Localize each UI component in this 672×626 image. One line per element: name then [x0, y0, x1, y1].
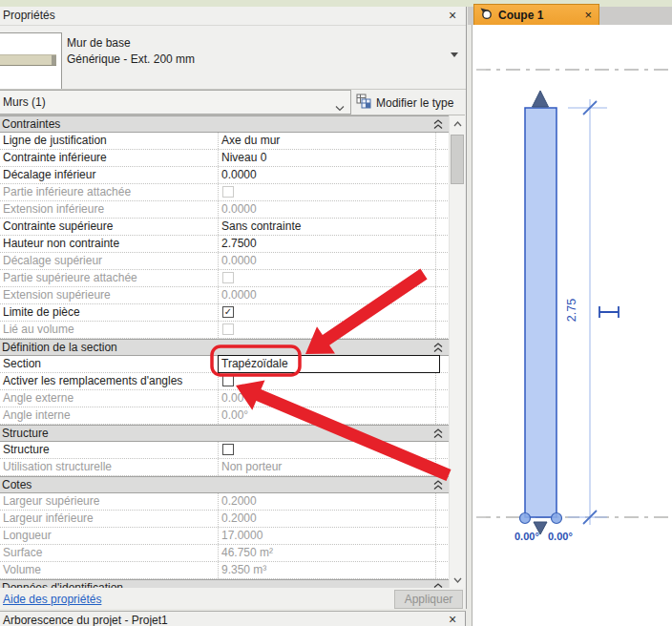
properties-titlebar: Propriétés × [0, 7, 466, 26]
property-value: 9.350 m³ [219, 562, 436, 578]
property-grid: ContraintesLigne de justificationAxe du … [0, 115, 465, 588]
row-spacer-cell [436, 133, 450, 149]
property-label: Lié au volume [0, 322, 219, 338]
section-header-row[interactable]: Structure [0, 425, 450, 442]
project-browser-title: Arborescence du projet - Projet1 [3, 614, 168, 626]
row-spacer-cell [436, 150, 450, 166]
checkbox [222, 323, 234, 335]
section-header-row[interactable]: Contraintes [0, 115, 450, 133]
apply-button[interactable]: Appliquer [394, 590, 463, 609]
property-label: Décalage inférieur [0, 167, 219, 183]
property-value[interactable]: Sans contrainte [219, 219, 436, 235]
property-label: Volume [0, 562, 219, 578]
property-label: Partie inférieure attachée [0, 184, 219, 200]
section-header-label: Contraintes [0, 116, 450, 132]
property-label: Largeur inférieure [0, 511, 219, 527]
property-value[interactable]: Axe du mur [219, 133, 436, 149]
section-header-label: Structure [0, 426, 450, 441]
selection-combo[interactable]: Murs (1) [0, 90, 351, 115]
collapse-chevron-icon[interactable] [433, 479, 443, 494]
property-row: Hauteur non contrainte2.7500 [0, 236, 450, 253]
property-value: 17.0000 [219, 528, 436, 544]
view-tab-bar: Coupe 1 × [468, 7, 672, 25]
grid-scrollbar[interactable] [449, 115, 465, 588]
property-value[interactable] [219, 373, 436, 389]
property-row: Partie supérieure attachée [0, 270, 450, 287]
close-icon[interactable]: × [445, 612, 460, 626]
properties-title: Propriétés [3, 9, 55, 22]
selection-combo-value: Murs (1) [3, 95, 46, 109]
wall-section [525, 108, 556, 517]
tab-close-icon[interactable]: × [584, 9, 592, 22]
property-row: Activer les remplacements d'angles [0, 373, 450, 390]
checkbox[interactable] [222, 375, 234, 386]
scroll-up-icon[interactable] [450, 116, 465, 131]
row-spacer-cell [436, 562, 450, 578]
property-value[interactable]: 2.7500 [219, 236, 436, 252]
close-icon[interactable]: × [445, 8, 460, 23]
section-header-row[interactable]: Cotes [0, 476, 450, 493]
property-label: Activer les remplacements d'angles [0, 373, 219, 389]
property-value: 0.00° [219, 407, 436, 424]
property-row: Partie inférieure attachée [0, 184, 450, 201]
row-spacer-cell [436, 528, 450, 544]
row-spacer-cell [436, 253, 450, 269]
row-spacer-cell [436, 236, 450, 252]
property-row: TrapézoïdaleSection [0, 356, 450, 373]
section-edit-field[interactable]: Trapézoïdale [218, 355, 440, 373]
type-dropdown-arrow-icon[interactable] [451, 52, 458, 57]
row-spacer-cell [436, 459, 450, 475]
row-spacer-cell [436, 304, 450, 321]
property-row: Décalage inférieur0.0000 [0, 167, 450, 184]
property-value: 0.2000 [219, 493, 436, 510]
angle-label-left: 0.00° [514, 531, 539, 542]
property-value [219, 184, 436, 200]
tab-coupe-1[interactable]: Coupe 1 × [473, 4, 599, 25]
property-label: Contrainte inférieure [0, 150, 219, 166]
property-label: Extension supérieure [0, 287, 219, 303]
checkbox[interactable] [222, 444, 234, 455]
selection-row: Murs (1) Modifier le type [0, 89, 466, 115]
property-row: Ligne de justificationAxe du mur [0, 133, 450, 150]
type-selector[interactable]: Mur de base Générique - Ext. 200 mm [0, 26, 466, 89]
property-row: Contrainte inférieureNiveau 0 [0, 150, 450, 167]
section-header-row[interactable]: Définition de la section [0, 339, 450, 356]
property-label: Angle interne [0, 407, 219, 424]
collapse-chevron-icon[interactable] [433, 428, 443, 443]
corner-grip-right [552, 513, 562, 524]
scrollbar-thumb[interactable] [451, 135, 464, 184]
property-label: Longueur [0, 528, 219, 544]
angle-label-right: 0.00° [548, 531, 573, 542]
property-value[interactable]: ✓ [219, 304, 436, 321]
property-label: Hauteur non contrainte [0, 236, 219, 252]
scroll-down-icon[interactable] [450, 573, 465, 587]
property-value: 0.0000 [219, 201, 436, 218]
property-value[interactable] [219, 442, 436, 458]
edit-type-button[interactable]: Modifier le type [356, 92, 464, 114]
property-value[interactable]: Niveau 0 [219, 150, 436, 166]
corner-grip-left [520, 513, 531, 524]
property-value [219, 322, 436, 338]
properties-palette: Propriétés × Mur de base Générique - Ext… [0, 7, 467, 609]
property-value[interactable]: 0.0000 [219, 167, 436, 183]
property-row: Volume9.350 m³ [0, 562, 450, 579]
row-spacer-cell [436, 390, 450, 407]
checkbox [222, 186, 234, 198]
property-value: 0.0000 [219, 287, 436, 303]
checkbox[interactable]: ✓ [222, 306, 234, 318]
row-spacer-cell [436, 219, 450, 235]
section-view-canvas[interactable]: 2.75 0.00° 0.00° [472, 25, 672, 626]
dimension-text: 2.75 [565, 299, 578, 322]
dimension-anchor-icon [599, 306, 619, 318]
property-row: Angle interne0.00° [0, 407, 450, 425]
collapse-chevron-icon[interactable] [433, 118, 443, 134]
wall-swatch [0, 54, 56, 66]
property-value: 0.2000 [219, 511, 436, 527]
property-label: Surface [0, 545, 219, 561]
row-spacer-cell [436, 407, 450, 424]
type-name: Générique - Ext. 200 mm [67, 52, 195, 68]
property-row: Extension supérieure0.0000 [0, 287, 450, 304]
property-label: Extension inférieure [0, 201, 219, 218]
project-browser-titlebar: Arborescence du projet - Projet1 × [0, 611, 466, 626]
properties-help-link[interactable]: Aide des propriétés [3, 593, 101, 606]
